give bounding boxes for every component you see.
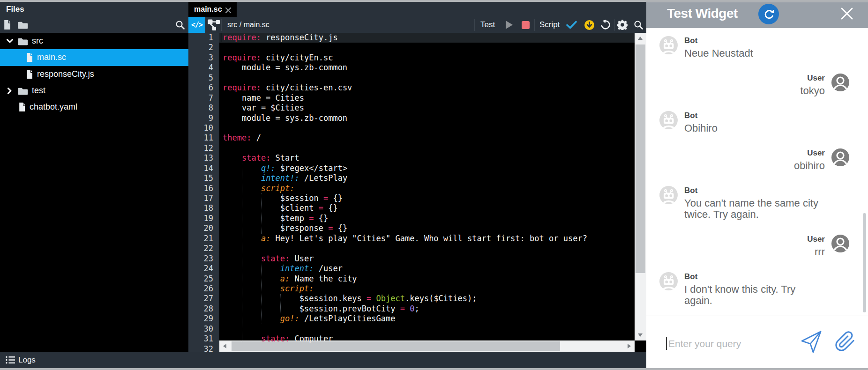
bot-avatar — [659, 272, 678, 306]
person-icon — [831, 148, 849, 166]
message-author: Bot — [684, 36, 753, 45]
validate-button[interactable] — [566, 21, 577, 31]
close-icon[interactable] — [840, 7, 853, 20]
chat-scrollbar-thumb[interactable] — [863, 213, 866, 312]
tree-item-label: main.sc — [37, 52, 66, 62]
chat-close-button[interactable] — [840, 7, 853, 20]
line-number: 6 — [188, 83, 219, 93]
line-number: 30 — [188, 324, 219, 334]
toolbar-separator — [534, 19, 535, 31]
user-message: Userobihiro — [659, 148, 849, 171]
graph-view-button[interactable] — [208, 19, 220, 30]
send-icon[interactable] — [800, 330, 824, 355]
tree-item-responseCity-js[interactable]: responseCity.js — [0, 66, 188, 82]
scroll-right-arrow[interactable] — [628, 344, 631, 348]
chevron-right-icon[interactable] — [6, 87, 14, 94]
line-number: 26 — [188, 284, 219, 294]
undo-icon[interactable] — [600, 20, 611, 30]
logs-bar[interactable]: Logs — [0, 352, 646, 368]
folder-icon — [17, 37, 28, 45]
play-icon[interactable] — [505, 20, 513, 30]
code-line-25: a: Name the city — [223, 274, 587, 284]
user-avatar — [831, 148, 849, 171]
code-line-15: intent!: /LetsPlay — [223, 173, 587, 183]
editor-search-button[interactable] — [634, 20, 643, 31]
new-folder-icon[interactable] — [17, 21, 28, 29]
message-text: Obihiro — [684, 123, 718, 134]
scroll-up-arrow[interactable] — [638, 37, 643, 40]
new-file-icon[interactable] — [3, 20, 11, 30]
message-content: BotI don't know this city. Tryagain. — [684, 272, 795, 306]
line-number: 9 — [188, 113, 219, 123]
download-icon[interactable] — [584, 20, 594, 30]
deploy-button[interactable] — [584, 20, 594, 32]
person-icon — [831, 74, 849, 91]
message-text: tokyo — [800, 85, 825, 96]
code-view-button[interactable]: </> — [188, 17, 205, 33]
line-number: 28 — [188, 304, 219, 314]
undo-button[interactable] — [600, 20, 611, 32]
code-line-32 — [223, 344, 587, 352]
chat-refresh-button[interactable] — [758, 4, 779, 24]
attach-icon[interactable] — [835, 331, 858, 354]
graph-view-icon[interactable] — [208, 19, 220, 30]
settings-button[interactable] — [617, 20, 628, 32]
stop-button[interactable] — [522, 21, 530, 29]
code-line-18: $client = {} — [223, 203, 587, 213]
gear-icon[interactable] — [617, 20, 628, 30]
code-line-22 — [223, 244, 587, 253]
code-line-6: require: city/cities-en.csv — [223, 83, 587, 93]
refresh-icon[interactable] — [763, 8, 775, 21]
code-line-9: module = sys.zb-common — [223, 113, 587, 123]
bot-avatar — [659, 111, 678, 134]
code-pane[interactable]: require: responseCity.jsrequire: city/ci… — [219, 33, 635, 352]
code-line-12 — [223, 143, 587, 153]
tab-main-sc[interactable]: main.sc — [188, 2, 237, 17]
scroll-down-arrow[interactable] — [638, 333, 643, 337]
line-number: 10 — [188, 123, 219, 133]
toolbar-separator — [221, 19, 222, 31]
code-line-5 — [223, 73, 587, 83]
line-number: 32 — [188, 344, 219, 352]
tree-item-label: src — [32, 36, 43, 46]
message-text: Neue Neustadt — [684, 48, 753, 59]
tree-item-src[interactable]: src — [0, 33, 188, 49]
line-number: 27 — [188, 294, 219, 303]
line-number: 19 — [188, 214, 219, 223]
bot-message: BotI don't know this city. Tryagain. — [659, 272, 849, 306]
message-author: User — [794, 148, 825, 157]
run-test-button[interactable] — [505, 20, 513, 31]
code-line-29: go!: /LetsPlayCitiesGame — [223, 314, 587, 324]
tab-close-icon[interactable] — [225, 7, 231, 12]
line-number: 5 — [188, 73, 219, 83]
line-number: 18 — [188, 203, 219, 213]
message-content: Usertokyo — [800, 74, 825, 96]
line-number: 15 — [188, 173, 219, 183]
tree-item-main-sc[interactable]: main.sc — [0, 49, 188, 66]
file-icon — [26, 53, 33, 62]
line-number: 11 — [188, 133, 219, 143]
chevron-down-icon[interactable] — [6, 37, 14, 44]
send-icon[interactable] — [800, 330, 824, 355]
search-icon[interactable] — [634, 20, 643, 30]
paperclip-icon[interactable] — [835, 331, 855, 351]
close-icon[interactable] — [225, 7, 231, 13]
tab-label: main.sc — [194, 2, 222, 17]
message-author: Bot — [684, 186, 818, 195]
code-line-31: state: Computer — [223, 334, 587, 344]
line-number: 25 — [188, 274, 219, 284]
chat-message-list: BotNeue NeustadtUsertokyo BotObihiroUser… — [646, 28, 868, 316]
search-icon[interactable] — [175, 20, 185, 30]
line-number: 21 — [188, 234, 219, 244]
folder-icon — [17, 87, 28, 95]
editor-toolbar: </>src / main.scTestScript — [188, 17, 646, 33]
tree-item-test[interactable]: test — [0, 82, 188, 99]
editor-vertical-scrollbar[interactable] — [635, 33, 646, 340]
message-text: twice. Try again. — [684, 209, 818, 220]
line-number: 20 — [188, 223, 219, 233]
check-icon[interactable] — [566, 21, 577, 29]
window-top-strip — [0, 0, 868, 2]
tree-item-chatbot-yaml[interactable]: chatbot.yaml — [0, 99, 188, 115]
vscroll-thumb[interactable] — [636, 44, 645, 273]
chat-input-area[interactable]: Enter your query — [646, 316, 868, 368]
